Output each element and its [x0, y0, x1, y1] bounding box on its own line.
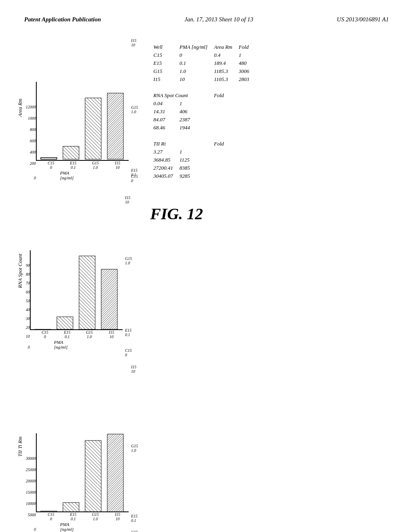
bars-rna-spot: C150 E150.1 G151.0 I1510 PMA[ng/ml] [30, 250, 123, 349]
tii-val-g15: 27200.41 [150, 164, 176, 172]
rna-header-row: RNA Spot Count Fold [150, 91, 252, 100]
x-labels-tii: C150 E150.1 G151.0 I1510 [40, 512, 129, 521]
area-g15: 1185.3 [211, 67, 235, 75]
tii-val-e15: 3684.85 [150, 156, 176, 164]
svg-rect-17 [107, 434, 123, 512]
tii-col-header: TII Ri [150, 140, 211, 148]
x-axis-pma-label-1: PMA[ng/ml] [60, 170, 129, 180]
main-content: Area Rm 0 200 400 600 800 1000 12000 [0, 31, 413, 532]
well-g15: G15 [150, 67, 176, 75]
table-row: 68.46 1944 [150, 124, 252, 132]
tii-fold-e15: 1125 [176, 156, 236, 164]
y-axis-label-rna: RNA Spot Count [16, 227, 24, 315]
area-rm-col-header: Area Rm [211, 43, 235, 51]
area-i15: 1105.3 [211, 75, 235, 83]
header-publication: Patent Application Publication [24, 16, 101, 23]
page-header: Patent Application Publication Jan. 17, … [0, 0, 413, 31]
tii-fold-g15: 8385 [176, 164, 236, 172]
tii-val-i15: 30405.07 [150, 172, 176, 180]
table-row: 3684.85 1125 [150, 156, 252, 164]
tii-fold-c15: 1 [176, 148, 236, 156]
table-row: I15 10 1105.3 2803 [150, 75, 252, 83]
rna-well-c15: 0.04 [150, 100, 176, 108]
x-labels-rna: C150 E150.1 G151.0 I1510 [34, 330, 123, 339]
figure-label: FIG. 12 [150, 204, 397, 223]
svg-rect-3 [107, 93, 123, 159]
data-table-area: Well PMA [ng/ml] Area Rm Fold C15 0 0.4 … [146, 35, 397, 532]
table-header-row: Well PMA [ng/ml] Area Rm Fold [150, 43, 252, 51]
fold-g15: 3006 [236, 67, 252, 75]
rna-col-header: RNA Spot Count [150, 91, 211, 100]
rna-well-e15: 14.31 [150, 108, 176, 116]
chart-area-rm: Area Rm 0 200 400 600 800 1000 12000 [16, 35, 138, 180]
pma-col-header: PMA [ng/ml] [176, 43, 211, 51]
rna-fold-header: Fold [211, 91, 235, 100]
well-i15: I15 [150, 75, 176, 83]
rna-fold-i15: 1944 [176, 124, 236, 132]
well-e15: E15 [150, 59, 176, 67]
svg-rect-14 [41, 511, 57, 512]
svg-rect-1 [63, 146, 79, 159]
table-row: 84.07 2387 [150, 116, 252, 124]
rna-fold-c15: 1 [176, 100, 236, 108]
data-table: Well PMA [ng/ml] Area Rm Fold C15 0 0.4 … [150, 43, 252, 180]
x-axis-pma-label-2: PMA[ng/ml] [54, 340, 123, 349]
well-col-header: Well [150, 43, 176, 51]
rna-fold-g15: 2387 [176, 116, 236, 124]
svg-rect-15 [63, 503, 79, 512]
y-axis-label-tii: TII Ti Rm [16, 407, 24, 486]
chart-tii-ti-rm: TII Ti Rm 0 5000 10000 15000 20000 25000… [16, 362, 138, 532]
area-c15: 0.4 [211, 51, 235, 59]
tii-fold-header: Fold [211, 140, 235, 148]
rna-well-i15: 68.46 [150, 124, 176, 132]
svg-rect-9 [57, 317, 73, 329]
pma-e15: 0.1 [176, 59, 211, 67]
table-row: 0.04 1 [150, 100, 252, 108]
svg-rect-11 [101, 269, 117, 329]
area-e15: 189.4 [211, 59, 235, 67]
bar-legend-rna: C150 E150.1 G151.0 I1510 [125, 192, 132, 349]
svg-rect-8 [35, 329, 51, 330]
tii-header-row: TII Ri Fold [150, 140, 252, 148]
table-row: 30405.07 9285 [150, 172, 252, 180]
pma-i15: 10 [176, 75, 211, 83]
fold-e15: 480 [236, 59, 252, 67]
bars-area-rm: C150 E150.1 G151.0 I1510 PMA[ng/ml] [36, 82, 129, 180]
tii-val-c15: 3.27 [150, 148, 176, 156]
rna-fold-e15: 406 [176, 108, 236, 116]
svg-rect-10 [79, 256, 95, 329]
header-date-sheet: Jan. 17, 2013 Sheet 10 of 13 [184, 16, 253, 23]
svg-rect-2 [85, 98, 101, 159]
svg-rect-0 [41, 158, 57, 159]
bar-legend-area-rm: C150 E150.1 G151.0 I1510 [131, 35, 138, 180]
table-row: 14.31 406 [150, 108, 252, 116]
pma-c15: 0 [176, 51, 211, 59]
x-axis-pma-label-3: PMA[ng/ml] [60, 522, 129, 532]
table-row: 27200.41 8385 [150, 164, 252, 172]
table-row: 3.27 1 [150, 148, 252, 156]
bars-tii: C150 E150.1 G151.0 I1510 PMA[ng/ml] [36, 433, 129, 532]
table-row: E15 0.1 189.4 480 [150, 59, 252, 67]
table-row: C15 0 0.4 1 [150, 51, 252, 59]
area-fold-col-header: Fold [236, 43, 252, 51]
chart-rna-spot: RNA Spot Count 0 10 20 30 40 50 60 70 80… [16, 192, 138, 349]
bar-legend-tii: C150 E150.1 G151.0 I1510 [131, 362, 138, 532]
x-labels-area-rm: C150 E150.1 G151.0 I1510 [40, 161, 129, 170]
y-ticks-tii: 0 5000 10000 15000 20000 25000 30000 [26, 453, 36, 532]
charts-area: Area Rm 0 200 400 600 800 1000 12000 [16, 35, 138, 532]
fold-c15: 1 [236, 51, 252, 59]
y-axis-label-area-rm: Area Rm [16, 63, 24, 152]
y-ticks-rna: 0 10 20 30 40 50 60 70 80 90 [26, 261, 30, 349]
well-c15: C15 [150, 51, 176, 59]
y-ticks-area-rm: 0 200 400 600 800 1000 12000 [26, 101, 36, 180]
tii-fold-i15: 9285 [176, 172, 236, 180]
header-patent-number: US 2013/0016891 A1 [337, 16, 389, 23]
rna-well-g15: 84.07 [150, 116, 176, 124]
table-row: G15 1.0 1185.3 3006 [150, 67, 252, 75]
fold-i15: 2803 [236, 75, 252, 83]
svg-rect-16 [85, 441, 101, 512]
pma-g15: 1.0 [176, 67, 211, 75]
